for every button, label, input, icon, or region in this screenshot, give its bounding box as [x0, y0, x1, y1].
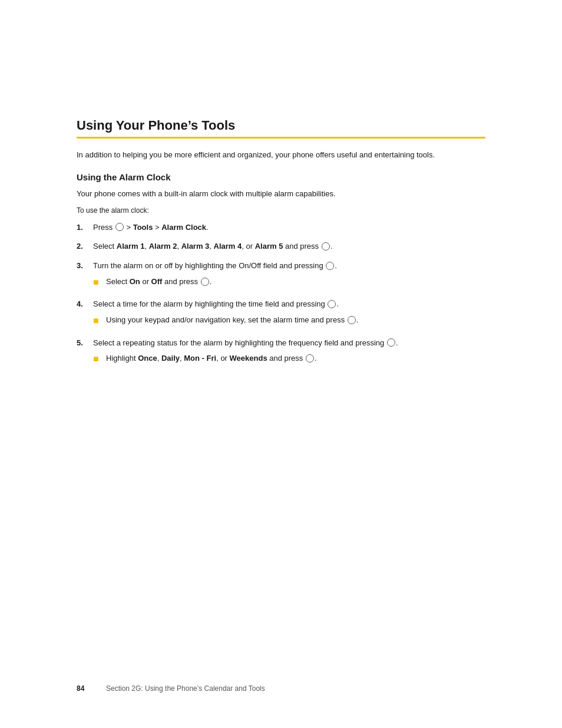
step-2-content: Select Alarm 1, Alarm 2, Alarm 3, Alarm … — [93, 241, 485, 253]
page: Using Your Phone’s Tools In addition to … — [0, 0, 562, 728]
to-use-label: To use the alarm clock: — [77, 206, 485, 215]
subsection-title: Using the Alarm Clock — [77, 172, 485, 182]
ok-icon-4 — [328, 300, 336, 308]
ok-icon-1 — [115, 223, 124, 231]
intro-text: In addition to helping you be more effic… — [77, 149, 485, 162]
step-5-bullet-1: ■ Highlight Once, Daily, Mon - Fri, or W… — [93, 353, 485, 365]
ok-icon-3a — [201, 278, 209, 286]
step-3-bullet-1: ■ Select On or Off and press . — [93, 276, 485, 289]
ok-icon-3 — [326, 262, 334, 270]
step-4-content: Select a time for the alarm by highlight… — [93, 298, 485, 330]
step-3-sub-bullets: ■ Select On or Off and press . — [93, 276, 485, 289]
ok-icon-2 — [322, 242, 330, 251]
step-5-sub-bullets: ■ Highlight Once, Daily, Mon - Fri, or W… — [93, 353, 485, 365]
step-1-content: Press > Tools > Alarm Clock. — [93, 222, 485, 234]
step-3-number: 3. — [77, 260, 88, 272]
subsection-intro: Your phone comes with a built-in alarm c… — [77, 188, 485, 200]
bullet-marker-3-1: ■ — [93, 276, 103, 289]
section-title: Using Your Phone’s Tools — [77, 118, 485, 133]
step-4: 4. Select a time for the alarm by highli… — [77, 298, 485, 330]
ok-icon-4a — [348, 316, 356, 324]
step-4-bullet-1-content: Using your keypad and/or navigation key,… — [106, 314, 485, 327]
step-3: 3. Turn the alarm on or off by highlight… — [77, 260, 485, 291]
footer-page-number: 84 — [77, 684, 94, 693]
step-2: 2. Select Alarm 1, Alarm 2, Alarm 3, Ala… — [77, 241, 485, 253]
step-1: 1. Press > Tools > Alarm Clock. — [77, 222, 485, 234]
step-4-number: 4. — [77, 298, 88, 311]
step-5-number: 5. — [77, 337, 88, 350]
ok-icon-5 — [387, 338, 395, 347]
step-4-bullet-1: ■ Using your keypad and/or navigation ke… — [93, 314, 485, 327]
step-5: 5. Select a repeating status for the ala… — [77, 337, 485, 368]
bullet-marker-4-1: ■ — [93, 314, 103, 327]
step-3-content: Turn the alarm on or off by highlighting… — [93, 260, 485, 291]
title-underline — [77, 137, 485, 139]
footer-section-label: Section 2G: Using the Phone’s Calendar a… — [106, 684, 265, 693]
step-5-bullet-1-content: Highlight Once, Daily, Mon - Fri, or Wee… — [106, 353, 485, 365]
content-area: Using Your Phone’s Tools In addition to … — [0, 0, 562, 411]
step-4-sub-bullets: ■ Using your keypad and/or navigation ke… — [93, 314, 485, 327]
footer: 84 Section 2G: Using the Phone’s Calenda… — [77, 684, 485, 693]
step-3-bullet-1-content: Select On or Off and press . — [106, 276, 485, 288]
step-5-content: Select a repeating status for the alarm … — [93, 337, 485, 368]
bullet-marker-5-1: ■ — [93, 353, 103, 365]
ok-icon-5a — [306, 354, 314, 363]
step-2-number: 2. — [77, 241, 88, 253]
step-1-number: 1. — [77, 222, 88, 234]
steps-list: 1. Press > Tools > Alarm Clock. 2. Selec… — [77, 222, 485, 368]
